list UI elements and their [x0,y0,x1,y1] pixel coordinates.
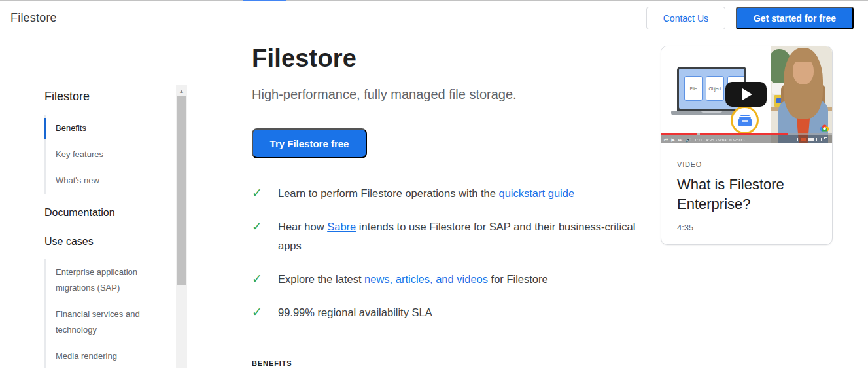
check-icon: ✓ [252,270,268,289]
scrollbar-thumb[interactable] [177,96,186,285]
sidebar-item-enterprise-application-migrations-sap-[interactable]: Enterprise application migrations (SAP) [46,259,170,301]
fullscreen-icon[interactable] [824,137,829,141]
settings-icon[interactable] [801,138,806,141]
sidebar-heading-documentation[interactable]: Documentation [44,207,170,219]
main-content: Filestore High-performance, fully manage… [252,36,638,367]
player-left-controls: ⏮ ▶ ⏭ 🔊 1:11 / 4:35 • What is what › [664,138,745,143]
page-header: Filestore Contact Us Get started for fre… [0,1,868,35]
sidebar-item-key-features[interactable]: Key features [46,141,170,168]
play-icon[interactable]: ▶ [671,138,674,143]
inline-link-sabre[interactable]: Sabre [327,221,356,232]
player-right-controls [793,137,829,141]
object-card: Object [706,76,724,101]
check-icon: ✓ [252,303,268,322]
page-subtitle: High-performance, fully managed file sto… [252,87,638,102]
google-cloud-logo-icon [820,124,829,132]
volume-icon[interactable]: 🔊 [686,138,691,143]
sidebar-heading-filestore[interactable]: Filestore [44,90,170,103]
sidebar-group: Enterprise application migrations (SAP)F… [44,259,170,368]
video-progress-bar[interactable] [661,133,832,135]
video-duration: 4:35 [677,223,816,232]
get-started-button[interactable]: Get started for free [736,7,854,29]
benefits-checklist: ✓Learn to perform Filestore operations w… [252,184,638,322]
storage-badge [731,106,759,134]
next-icon[interactable]: ⏭ [678,138,682,143]
sidebar-scrollbar[interactable]: ▲ [176,85,187,368]
header-product-title: Filestore [10,11,57,25]
sidebar-item-financial-services-and-technology[interactable]: Financial services and technology [46,301,170,343]
checklist-item-text: Explore the latest news, articles, and v… [278,270,548,289]
theater-mode-icon[interactable] [816,138,822,141]
video-info: VIDEO What is Filestore Enterprise? 4:35 [661,143,832,232]
video-card: File Object [661,46,833,245]
sidebar-nav: FilestoreBenefitsKey featuresWhat's newD… [0,36,177,368]
video-time-text: 1:11 / 4:35 • What is what › [695,138,745,142]
contact-us-button[interactable]: Contact Us [646,7,725,29]
checklist-item: ✓Learn to perform Filestore operations w… [252,184,638,203]
checklist-item: ✓99.99% regional availability SLA [252,303,638,322]
sidebar-item-benefits[interactable]: Benefits [46,115,170,141]
inline-link-quickstart-guide[interactable]: quickstart guide [499,187,575,199]
scrollbar-up-arrow-icon[interactable]: ▲ [176,86,187,96]
miniplayer-icon[interactable] [808,138,814,141]
sidebar-item-what-s-new[interactable]: What's new [46,168,170,194]
play-icon [742,88,752,100]
presenter-hair [790,52,816,62]
storage-drawer-icon [738,115,752,126]
play-button[interactable] [725,82,767,107]
checklist-item: ✓Explore the latest news, articles, and … [252,270,638,289]
video-thumbnail[interactable]: File Object [661,46,832,143]
video-title[interactable]: What is Filestore Enterprise? [677,175,816,214]
checklist-item-text: 99.99% regional availability SLA [278,303,432,322]
file-card: File [684,76,703,101]
sidebar-item-media-rendering[interactable]: Media rendering [46,343,170,368]
try-filestore-free-button[interactable]: Try Filestore free [252,128,367,158]
captions-icon[interactable] [793,138,798,141]
sidebar-heading-use-cases[interactable]: Use cases [44,236,170,248]
video-kicker-label: VIDEO [677,160,816,168]
checklist-item: ✓Hear how Sabre intends to use Filestore… [252,217,638,255]
checklist-item-text: Hear how Sabre intends to use Filestore … [278,217,638,255]
video-controls-bar[interactable]: ⏮ ▶ ⏭ 🔊 1:11 / 4:35 • What is what › [661,133,832,143]
checklist-item-text: Learn to perform Filestore operations wi… [278,184,574,203]
check-icon: ✓ [252,184,268,203]
benefits-section-label: BENEFITS [252,359,638,367]
header-actions: Contact Us Get started for free [646,7,858,29]
previous-icon[interactable]: ⏮ [664,138,668,143]
sidebar-group: BenefitsKey featuresWhat's new [44,115,170,194]
inline-link-news-articles-and-videos[interactable]: news, articles, and videos [364,273,488,285]
page-title: Filestore [252,45,638,73]
check-icon: ✓ [252,217,268,255]
